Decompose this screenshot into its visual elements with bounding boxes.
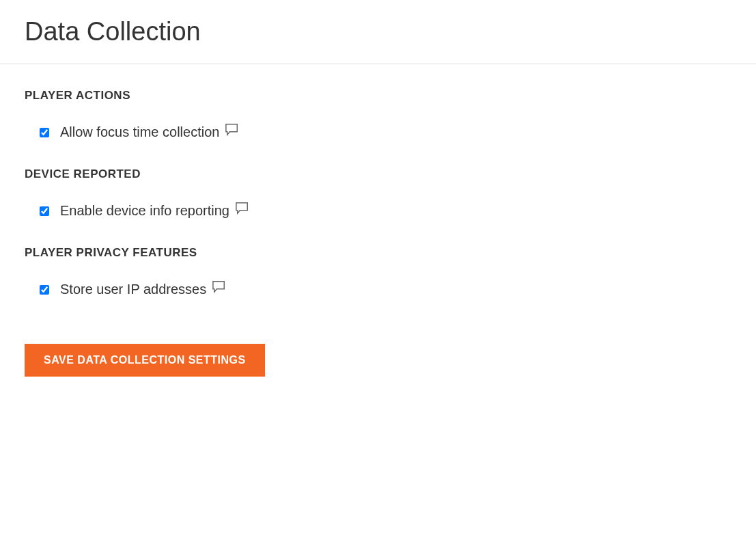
tooltip-icon[interactable] <box>212 280 227 294</box>
save-button[interactable]: SAVE DATA COLLECTION SETTINGS <box>25 344 265 377</box>
label-device-info: Enable device info reporting <box>60 203 229 219</box>
checkbox-store-ip[interactable] <box>40 285 49 295</box>
section-heading-player-privacy: PLAYER PRIVACY FEATURES <box>25 246 731 260</box>
page-title: Data Collection <box>0 0 756 64</box>
label-focus-time: Allow focus time collection <box>60 124 219 140</box>
option-device-info: Enable device info reporting <box>25 203 731 219</box>
label-store-ip: Store user IP addresses <box>60 282 206 297</box>
option-focus-time: Allow focus time collection <box>25 124 731 140</box>
section-heading-device-reported: DEVICE REPORTED <box>25 167 731 181</box>
tooltip-icon[interactable] <box>225 123 240 137</box>
settings-content: PLAYER ACTIONS Allow focus time collecti… <box>0 64 756 401</box>
checkbox-device-info[interactable] <box>40 206 49 216</box>
checkbox-focus-time[interactable] <box>40 128 49 137</box>
option-store-ip: Store user IP addresses <box>25 282 731 297</box>
tooltip-icon[interactable] <box>235 202 250 215</box>
section-heading-player-actions: PLAYER ACTIONS <box>25 89 731 103</box>
